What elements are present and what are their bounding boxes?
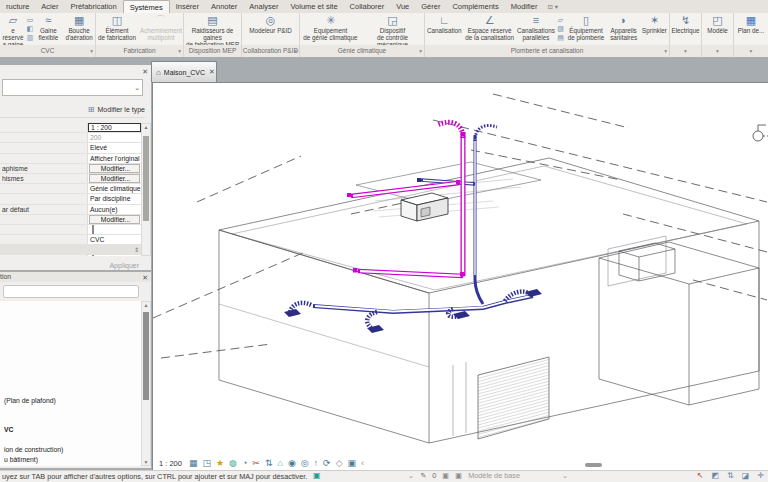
- edit-button[interactable]: Modifier...: [89, 215, 140, 224]
- pid-modeler-button[interactable]: ◎ Modeleur P&ID: [245, 14, 297, 34]
- pipe-placeholder-button[interactable]: ∠ Espace réservé de la canalisation: [465, 14, 515, 41]
- panel-plan-arrow-icon[interactable]: ▾: [750, 48, 753, 54]
- close-icon[interactable]: ✕: [142, 68, 148, 76]
- analytical-model-icon[interactable]: ◎: [301, 458, 309, 468]
- properties-scrollbar[interactable]: ▲: [141, 123, 151, 256]
- panel-label-cvc[interactable]: CVC: [0, 45, 95, 57]
- rendering-icon[interactable]: ◔: [242, 458, 247, 468]
- design-option-select[interactable]: Modèle de base: [468, 471, 520, 480]
- close-icon[interactable]: ✕: [142, 273, 148, 283]
- prop-row-vg-overrides[interactable]: aphisme Modifier...: [0, 164, 141, 174]
- scrollbar-thumb[interactable]: [143, 136, 149, 221]
- reveal-hidden-elements-icon[interactable]: ◉: [288, 458, 296, 468]
- panel-label-disposition-mep[interactable]: Disposition MEP: [184, 45, 241, 57]
- panel-label-collaboration-pid[interactable]: Collaboration P&ID: [242, 45, 299, 57]
- mechanical-equipment-button[interactable]: ✳ Equipement de génie climatique: [301, 14, 361, 41]
- modify-type-button[interactable]: ⊞ Modifier le type: [0, 102, 145, 118]
- prop-row-detail-level[interactable]: Elevé: [0, 143, 141, 153]
- chevron-down-icon[interactable]: ⌄: [562, 471, 568, 480]
- temporary-view-properties-icon[interactable]: ↑: [314, 458, 319, 468]
- checkbox[interactable]: [92, 225, 94, 234]
- tab-inserer[interactable]: Insérer: [170, 0, 205, 13]
- select-pinned-icon[interactable]: ⇅: [727, 471, 734, 480]
- temporary-hide-isolate-icon[interactable]: ⌂: [277, 458, 282, 468]
- shadows-icon[interactable]: ◍: [229, 458, 237, 468]
- worksets-pencil-icon[interactable]: ✎: [420, 471, 426, 480]
- chevron-down-icon[interactable]: ⌄: [408, 471, 414, 480]
- sanitary-button[interactable]: ◗ Appareils sanitaires: [608, 14, 639, 41]
- pipe-button[interactable]: ∟ Canalisation: [425, 14, 464, 34]
- crop-view-icon[interactable]: ✂: [252, 458, 260, 468]
- drawing-area[interactable]: 1 : 200 ▦ ◳ ★ ◍ ◔ ✂ ⇅ ⌂ ◉ ◎ ↑ ⟳ ◇ ▣ ‹: [152, 82, 768, 470]
- design-options-dialog-icon[interactable]: ▣: [455, 471, 462, 480]
- duct-grip[interactable]: [347, 193, 351, 197]
- panel-collaboration-arrow-icon[interactable]: ▾: [294, 45, 297, 57]
- edit-button[interactable]: Modifier...: [89, 164, 140, 173]
- air-diffuser[interactable]: [284, 309, 301, 317]
- duct-grip[interactable]: [456, 180, 460, 184]
- tab-annoter[interactable]: Annoter: [205, 0, 243, 13]
- horizontal-scrollbar-thumb[interactable]: [585, 463, 602, 467]
- scroll-up-icon[interactable]: ▲: [142, 302, 150, 308]
- edit-button[interactable]: Modifier...: [89, 174, 140, 183]
- tree-item-elevations[interactable]: u bâtiment): [4, 456, 38, 463]
- flex-duct-button[interactable]: ≈ Gaine flexible: [34, 14, 62, 41]
- tab-modifier[interactable]: Modifier: [505, 0, 544, 13]
- duct-grip[interactable]: [460, 272, 465, 277]
- air-terminal-button[interactable]: ▦ Bouche d'aération: [63, 14, 95, 41]
- close-icon[interactable]: ✕: [209, 68, 215, 76]
- plumbing-fixture-button[interactable]: ▯ Équipement de plomberie: [565, 14, 607, 41]
- detail-level-icon[interactable]: ▦: [189, 458, 198, 468]
- 3d-view-maison-cvc[interactable]: [153, 83, 768, 470]
- prop-row-parts-visibility[interactable]: Afficher l'original: [0, 154, 141, 164]
- tab-acier[interactable]: Acier: [35, 0, 64, 13]
- panel-label-electrique[interactable]: ▾: [670, 45, 701, 57]
- fabrication-part-button[interactable]: ◫ Élément de fabrication: [96, 14, 138, 41]
- prop-row-checkbox[interactable]: [0, 225, 141, 235]
- panel-electrique-arrow-icon[interactable]: ▾: [684, 48, 687, 54]
- panel-modele-arrow-icon[interactable]: ▾: [716, 48, 719, 54]
- parallel-pipes-button[interactable]: ≡ Canalisations parallèles: [516, 14, 556, 41]
- scroll-down-icon[interactable]: ▼: [142, 459, 150, 465]
- prop-row-scale[interactable]: 1 : 200: [0, 123, 141, 133]
- prop-row-edit[interactable]: Modifier...: [0, 215, 141, 225]
- plomberie-mini-buttons[interactable]: ▱ ▨ ▤: [557, 14, 564, 42]
- panel-label-plan[interactable]: ▾: [734, 45, 768, 57]
- drag-on-selection-icon[interactable]: ✛: [757, 471, 764, 480]
- air-diffuser[interactable]: [367, 325, 384, 333]
- select-by-face-icon[interactable]: ◪: [742, 471, 750, 480]
- fabrication-plan-button[interactable]: ▦ Plan de...: [735, 14, 767, 34]
- tab-gerer[interactable]: Gérer: [415, 0, 446, 13]
- tree-item-active-view[interactable]: VC: [4, 426, 13, 433]
- sun-path-icon[interactable]: ★: [216, 458, 224, 468]
- duct-grip[interactable]: [353, 268, 358, 273]
- prop-section-header[interactable]: ⇕: [0, 245, 141, 255]
- constraints-icon[interactable]: ⟳: [323, 458, 331, 468]
- prop-row-view-template[interactable]: ar défaut Aucun(e): [0, 205, 141, 215]
- panel-genie-arrow-icon[interactable]: ▾: [419, 45, 422, 57]
- elevation-marker[interactable]: [753, 125, 768, 141]
- scroll-up-icon[interactable]: ▲: [142, 124, 150, 130]
- project-browser-scrollbar[interactable]: ▲ ▼: [141, 301, 151, 466]
- tab-systemes[interactable]: Systèmes: [123, 0, 170, 13]
- prop-row-graphic-display[interactable]: hismes Modifier...: [0, 174, 141, 184]
- checkbox[interactable]: [92, 255, 94, 256]
- tab-structure[interactable]: ructure: [0, 0, 35, 13]
- tab-vue[interactable]: Vue: [390, 0, 415, 13]
- prop-row-scale-value[interactable]: 200: [0, 133, 141, 143]
- prop-row-discipline[interactable]: Génie climatique: [0, 184, 141, 194]
- prop-row-hidden-lines[interactable]: Par discipline: [0, 194, 141, 204]
- duct-placeholder-button[interactable]: ▱ e réservé a gaine: [0, 14, 26, 48]
- panel-cvc-arrow-icon[interactable]: ▾: [90, 45, 93, 57]
- panel-label-fabrication[interactable]: Fabrication: [96, 45, 183, 57]
- show-crop-region-icon[interactable]: ⇅: [265, 458, 273, 468]
- panel-label-modele[interactable]: ▾: [702, 45, 733, 57]
- prop-row-subdiscipline[interactable]: CVC: [0, 235, 141, 245]
- tab-prefabrication[interactable]: Préfabrication: [64, 0, 122, 13]
- model-button[interactable]: ◰ Modèle: [703, 14, 733, 34]
- tab-volume-et-site[interactable]: Volume et site: [284, 0, 343, 13]
- air-handling-unit[interactable]: [401, 193, 448, 221]
- apply-button[interactable]: Appliquer: [109, 262, 139, 269]
- view-scale[interactable]: 1 : 200: [159, 459, 182, 468]
- tab-collaborer[interactable]: Collaborer: [344, 0, 391, 13]
